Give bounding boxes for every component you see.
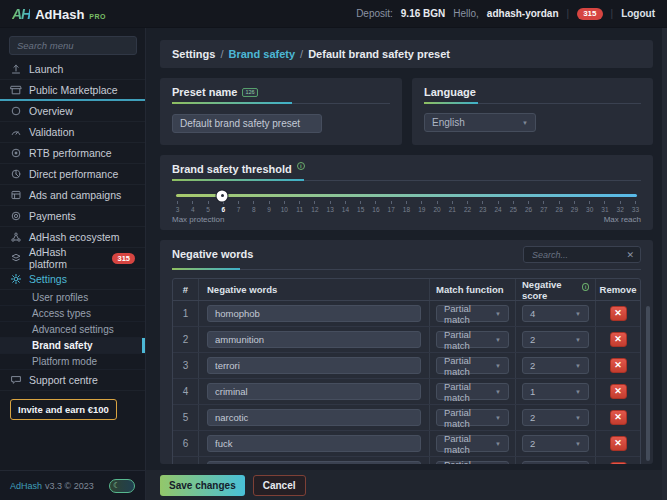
remove-row-button[interactable]: ✕ bbox=[610, 384, 627, 399]
dark-mode-toggle[interactable]: ☾ bbox=[109, 479, 135, 493]
breadcrumb-link[interactable]: Brand safety bbox=[228, 48, 295, 60]
language-dropdown[interactable]: English ▼ bbox=[424, 113, 536, 132]
match-function-dropdown[interactable]: Partial match▼ bbox=[436, 357, 509, 374]
slider-tick[interactable]: 4 bbox=[187, 201, 198, 213]
negative-word-input[interactable] bbox=[207, 461, 421, 464]
slider-tick[interactable]: 26 bbox=[523, 201, 534, 213]
sidebar-subitem-user-profiles[interactable]: User profiles bbox=[0, 290, 145, 306]
remove-row-button[interactable]: ✕ bbox=[610, 410, 627, 425]
slider-tick[interactable]: 9 bbox=[264, 201, 275, 213]
slider-tick[interactable]: 29 bbox=[569, 201, 580, 213]
sidebar-item-payments[interactable]: Payments bbox=[0, 206, 145, 227]
breadcrumb-separator: / bbox=[300, 48, 303, 60]
match-function-dropdown[interactable]: Partial match▼ bbox=[436, 305, 509, 322]
sidebar-search-input[interactable] bbox=[9, 36, 137, 55]
match-function-dropdown[interactable]: Partial match▼ bbox=[436, 435, 509, 452]
sidebar-item-support-centre[interactable]: Support centre bbox=[0, 370, 145, 391]
slider-tick[interactable]: 32 bbox=[615, 201, 626, 213]
sidebar-item-public-marketplace[interactable]: Public Marketplace bbox=[0, 80, 145, 101]
sidebar-subitem-brand-safety[interactable]: Brand safety bbox=[0, 338, 145, 354]
preset-name-input[interactable] bbox=[172, 114, 322, 133]
negative-word-input[interactable] bbox=[207, 305, 421, 322]
footer-brand[interactable]: AdHash bbox=[10, 481, 42, 491]
logout-link[interactable]: Logout bbox=[621, 8, 655, 19]
launch-icon bbox=[10, 63, 22, 75]
match-function-dropdown[interactable]: Partial match▼ bbox=[436, 331, 509, 348]
notification-badge[interactable]: 315 bbox=[577, 8, 602, 20]
slider-tick[interactable]: 6 bbox=[218, 201, 229, 213]
slider-tick[interactable]: 11 bbox=[294, 201, 305, 213]
slider-tick[interactable]: 12 bbox=[309, 201, 320, 213]
sidebar-item-adhash-ecosystem[interactable]: AdHash ecosystem bbox=[0, 227, 145, 248]
info-icon[interactable]: i bbox=[297, 162, 305, 170]
match-function-dropdown[interactable]: Partial match▼ bbox=[436, 461, 509, 464]
sidebar-item-rtb-performance[interactable]: RTB performance bbox=[0, 143, 145, 164]
slider-tick[interactable]: 21 bbox=[447, 201, 458, 213]
slider-tick[interactable]: 7 bbox=[233, 201, 244, 213]
slider-tick[interactable]: 3 bbox=[172, 201, 183, 213]
slider-tick[interactable]: 25 bbox=[508, 201, 519, 213]
info-icon[interactable]: i bbox=[582, 283, 589, 291]
negative-score-dropdown[interactable]: 1▼ bbox=[522, 383, 589, 400]
negative-score-dropdown[interactable]: 2▼ bbox=[522, 357, 589, 374]
slider-tick[interactable]: 14 bbox=[340, 201, 351, 213]
save-changes-button[interactable]: Save changes bbox=[160, 475, 245, 496]
match-function-dropdown[interactable]: Partial match▼ bbox=[436, 409, 509, 426]
sidebar-subitem-advanced-settings[interactable]: Advanced settings bbox=[0, 322, 145, 338]
breadcrumb-root[interactable]: Settings bbox=[172, 48, 215, 60]
slider-tick[interactable]: 5 bbox=[203, 201, 214, 213]
table-row: 7 Partial match▼ 1▼ ✕ bbox=[173, 457, 640, 464]
slider-tick[interactable]: 22 bbox=[462, 201, 473, 213]
negative-score-dropdown[interactable]: 1▼ bbox=[522, 461, 589, 464]
negative-word-input[interactable] bbox=[207, 331, 421, 348]
sidebar-subitem-access-types[interactable]: Access types bbox=[0, 306, 145, 322]
sidebar-item-validation[interactable]: Validation bbox=[0, 122, 145, 143]
slider-tick[interactable]: 24 bbox=[493, 201, 504, 213]
threshold-slider-handle[interactable] bbox=[217, 190, 228, 201]
negative-score-dropdown[interactable]: 2▼ bbox=[522, 331, 589, 348]
invite-earn-button[interactable]: Invite and earn €100 bbox=[10, 399, 117, 420]
slider-tick[interactable]: 8 bbox=[248, 201, 259, 213]
slider-tick[interactable]: 13 bbox=[325, 201, 336, 213]
slider-tick[interactable]: 20 bbox=[432, 201, 443, 213]
negative-word-input[interactable] bbox=[207, 357, 421, 374]
remove-row-button[interactable]: ✕ bbox=[610, 436, 627, 451]
slider-tick[interactable]: 23 bbox=[477, 201, 488, 213]
negative-words-search-input[interactable] bbox=[530, 249, 626, 261]
remove-row-button[interactable]: ✕ bbox=[610, 332, 627, 347]
threshold-slider-track[interactable] bbox=[176, 194, 637, 197]
negative-score-dropdown[interactable]: 2▼ bbox=[522, 435, 589, 452]
negative-word-input[interactable] bbox=[207, 409, 421, 426]
sidebar-item-ads-and-campaigns[interactable]: Ads and campaigns bbox=[0, 185, 145, 206]
slider-tick[interactable]: 27 bbox=[538, 201, 549, 213]
negative-score-dropdown[interactable]: 4▼ bbox=[522, 305, 589, 322]
slider-tick[interactable]: 33 bbox=[630, 201, 641, 213]
table-scrollbar[interactable] bbox=[646, 306, 650, 461]
slider-tick[interactable]: 19 bbox=[416, 201, 427, 213]
slider-tick[interactable]: 17 bbox=[386, 201, 397, 213]
negative-word-input[interactable] bbox=[207, 383, 421, 400]
sidebar-item-overview[interactable]: Overview bbox=[0, 101, 145, 122]
slider-tick[interactable]: 16 bbox=[370, 201, 381, 213]
remove-row-button[interactable]: ✕ bbox=[610, 358, 627, 373]
remove-row-button[interactable]: ✕ bbox=[610, 462, 627, 464]
slider-tick[interactable]: 31 bbox=[599, 201, 610, 213]
slider-tick[interactable]: 18 bbox=[401, 201, 412, 213]
negative-word-input[interactable] bbox=[207, 435, 421, 452]
negative-score-dropdown[interactable]: 2▼ bbox=[522, 409, 589, 426]
sidebar-item-settings[interactable]: Settings bbox=[0, 269, 145, 290]
sidebar-item-adhash-platform[interactable]: AdHash platform 315 bbox=[0, 248, 145, 269]
adhash-logo[interactable]: AH AdHash PRO bbox=[12, 6, 106, 22]
slider-tick[interactable]: 30 bbox=[584, 201, 595, 213]
slider-tick[interactable]: 28 bbox=[554, 201, 565, 213]
match-function-dropdown[interactable]: Partial match▼ bbox=[436, 383, 509, 400]
sidebar-item-launch[interactable]: Launch bbox=[0, 59, 145, 80]
remove-row-button[interactable]: ✕ bbox=[610, 306, 627, 321]
clear-search-icon[interactable]: ✕ bbox=[626, 250, 634, 260]
sidebar-item-direct-performance[interactable]: Direct performance bbox=[0, 164, 145, 185]
sidebar-subitem-platform-mode[interactable]: Platform mode bbox=[0, 354, 145, 370]
page-scrollbar[interactable] bbox=[662, 28, 667, 500]
cancel-button[interactable]: Cancel bbox=[253, 475, 306, 496]
slider-tick[interactable]: 15 bbox=[355, 201, 366, 213]
slider-tick[interactable]: 10 bbox=[279, 201, 290, 213]
